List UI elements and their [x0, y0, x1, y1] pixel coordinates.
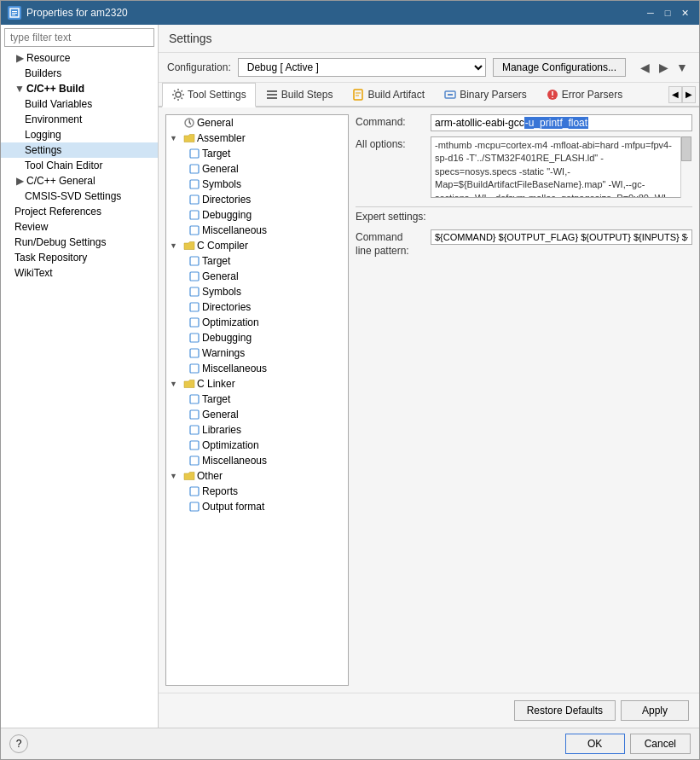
sidebar-item-wikitext[interactable]: WikiText [1, 265, 158, 281]
tool-tree-asm-general[interactable]: General [166, 161, 348, 177]
tool-tree-asm-misc[interactable]: Miscellaneous [166, 223, 348, 238]
sidebar-item-environment[interactable]: Environment [1, 112, 158, 127]
nav-forward-button[interactable]: ▶ [655, 59, 672, 76]
tool-tree-item-label: General [202, 163, 239, 175]
tool-tree-item-label: Miscellaneous [202, 363, 267, 374]
cancel-button[interactable]: Cancel [630, 734, 691, 754]
tool-tree-item-label: Output format [202, 501, 264, 513]
nav-arrows: ◀ ▶ ▼ [636, 59, 691, 76]
tab-error-parsers-label: Error Parsers [562, 89, 622, 101]
ok-button[interactable]: OK [565, 734, 625, 754]
tool-tree-item-label: Reports [202, 485, 238, 497]
tab-error-parsers[interactable]: Error Parsers [536, 83, 632, 106]
all-options-label: All options: [356, 136, 424, 150]
tool-tree-cc-debugging[interactable]: Debugging [166, 330, 348, 345]
tab-tool-settings[interactable]: Tool Settings [162, 83, 256, 107]
sidebar-item-label: Builders [25, 67, 61, 79]
command-highlight: -u_printf_float [524, 117, 588, 129]
tool-tree-cl-general[interactable]: General [166, 407, 348, 422]
cmd-pattern-input[interactable] [431, 229, 692, 245]
cmd-pattern-row: Command line pattern: [356, 229, 692, 258]
tool-tree-cc-warnings[interactable]: Warnings [166, 345, 348, 361]
tab-binary-parsers[interactable]: Binary Parsers [434, 83, 536, 106]
all-options-box[interactable]: -mthumb -mcpu=cortex-m4 -mfloat-abi=hard… [431, 136, 692, 198]
nav-back-button[interactable]: ◀ [636, 59, 653, 76]
sidebar-item-toolchain-editor[interactable]: Tool Chain Editor [1, 158, 158, 173]
tool-tree-cl-optimization[interactable]: Optimization [166, 438, 348, 453]
svg-rect-17 [190, 226, 199, 235]
sidebar-item-cmsis-svd[interactable]: CMSIS-SVD Settings [1, 189, 158, 204]
tab-scroll-left[interactable]: ◀ [668, 86, 682, 103]
tool-icon [188, 332, 200, 344]
apply-button[interactable]: Apply [621, 700, 689, 721]
tool-tree-item-label: Directories [202, 194, 251, 206]
sidebar-item-review[interactable]: Review [1, 219, 158, 235]
collapse-icon: ▼ [170, 380, 182, 388]
restore-defaults-button[interactable]: Restore Defaults [514, 700, 616, 721]
config-label: Configuration: [167, 61, 231, 73]
tool-tree-asm-debugging[interactable]: Debugging [166, 207, 348, 223]
svg-rect-29 [190, 441, 199, 450]
tool-icon [188, 455, 200, 467]
tool-tree-cl-target[interactable]: Target [166, 392, 348, 407]
svg-rect-19 [190, 272, 199, 281]
sidebar-item-logging[interactable]: Logging [1, 127, 158, 142]
help-button[interactable]: ? [9, 734, 28, 753]
nav-menu-button[interactable]: ▼ [674, 59, 691, 76]
minimize-button[interactable]: ─ [643, 5, 658, 20]
cmd-pattern-label-line1: Command [356, 231, 402, 243]
tool-tree-general[interactable]: General [166, 115, 348, 131]
tool-tree-oth-output[interactable]: Output format [166, 499, 348, 514]
sidebar-item-project-refs[interactable]: Project References [1, 204, 158, 219]
svg-rect-6 [267, 94, 277, 96]
sidebar-item-settings[interactable]: Settings [1, 142, 158, 158]
sidebar-item-c-cpp-build[interactable]: ▼ C/C++ Build [1, 81, 158, 96]
sidebar-item-label: Settings [25, 144, 61, 156]
filter-input[interactable] [4, 28, 154, 47]
tool-tree-cc-general[interactable]: General [166, 269, 348, 284]
sidebar-item-label: Task Repository [14, 252, 87, 264]
tool-tree-asm-directories[interactable]: Directories [166, 192, 348, 207]
sidebar-item-build-variables[interactable]: Build Variables [1, 96, 158, 112]
command-input-display[interactable]: arm-atollic-eabi-gcc -u_printf_float [431, 114, 692, 131]
tab-build-steps[interactable]: Build Steps [256, 83, 343, 106]
tool-tree-item-label: Symbols [202, 178, 241, 190]
expand-icon: ▶ [14, 176, 25, 186]
tool-icon [188, 224, 200, 236]
tab-scroll-right[interactable]: ▶ [682, 86, 696, 103]
sidebar-item-label: Project References [14, 206, 101, 218]
svg-rect-3 [12, 15, 15, 15]
tool-tree-cl-libraries[interactable]: Libraries [166, 422, 348, 438]
sidebar-item-c-cpp-general[interactable]: ▶ C/C++ General [1, 173, 158, 189]
tool-tree-asm-symbols[interactable]: Symbols [166, 177, 348, 192]
tool-tree-c-compiler[interactable]: ▼ C Compiler [166, 238, 348, 253]
tool-tree-c-linker[interactable]: ▼ C Linker [166, 376, 348, 392]
svg-rect-2 [12, 13, 17, 14]
tool-tree-item-label: C Linker [197, 378, 235, 390]
close-button[interactable]: ✕ [677, 5, 692, 20]
config-bar: Configuration: Debug [ Active ] Manage C… [159, 53, 699, 83]
sidebar-item-resource[interactable]: ▶ Resource [1, 50, 158, 66]
tool-tree-cc-directories[interactable]: Directories [166, 299, 348, 315]
command-value-container: arm-atollic-eabi-gcc -u_printf_float [431, 114, 692, 131]
sidebar-item-task-repo[interactable]: Task Repository [1, 250, 158, 265]
tool-tree-item-label: Target [202, 148, 230, 160]
maximize-button[interactable]: □ [660, 5, 675, 20]
sidebar-item-run-debug[interactable]: Run/Debug Settings [1, 235, 158, 250]
scrollbar-thumb[interactable] [681, 136, 691, 161]
tool-tree-cl-misc[interactable]: Miscellaneous [166, 453, 348, 468]
tool-tree-cc-optimization[interactable]: Optimization [166, 315, 348, 330]
tool-tree-cc-symbols[interactable]: Symbols [166, 284, 348, 299]
sidebar-item-builders[interactable]: Builders [1, 66, 158, 81]
tool-tree-oth-reports[interactable]: Reports [166, 484, 348, 499]
tool-tree-other[interactable]: ▼ Other [166, 468, 348, 484]
manage-configurations-button[interactable]: Manage Configurations... [493, 58, 626, 77]
tool-tree-asm-target[interactable]: Target [166, 146, 348, 161]
tool-tree-assembler[interactable]: ▼ Assembler [166, 131, 348, 146]
tool-tree-cc-target[interactable]: Target [166, 253, 348, 269]
window-icon [8, 6, 21, 20]
config-select[interactable]: Debug [ Active ] [238, 58, 486, 77]
tool-icon [188, 286, 200, 298]
tool-tree-cc-misc[interactable]: Miscellaneous [166, 361, 348, 376]
tab-build-artifact[interactable]: Build Artifact [342, 83, 434, 106]
